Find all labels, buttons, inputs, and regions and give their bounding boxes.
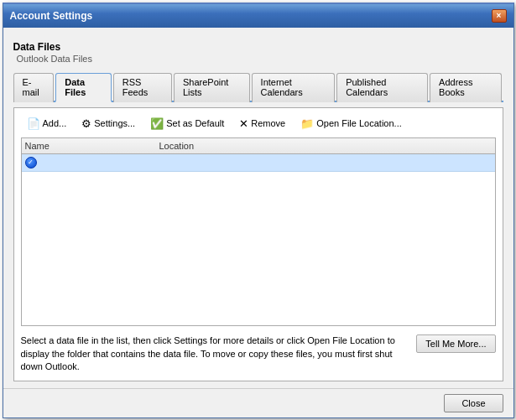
add-label: Add... <box>43 118 67 128</box>
table-row[interactable] <box>22 154 495 172</box>
window-title: Account Settings <box>10 10 93 22</box>
tab-panel-datafiles: 📄 Add... ⚙ Settings... ✅ Set as Default … <box>13 107 503 381</box>
window-content: Data Files Outlook Data Files E-mail Dat… <box>3 28 513 388</box>
checkmark-icon: ✅ <box>150 117 164 130</box>
col-name-header: Name <box>25 141 159 151</box>
open-file-location-label: Open File Location... <box>316 118 402 128</box>
title-bar: Account Settings × <box>3 4 513 28</box>
settings-button[interactable]: ⚙ Settings... <box>76 115 141 132</box>
remove-button[interactable]: ✕ Remove <box>233 115 291 132</box>
col-location-header: Location <box>159 141 492 151</box>
tab-datafiles[interactable]: Data Files <box>55 73 112 102</box>
tab-sharepointlists[interactable]: SharePoint Lists <box>174 73 250 102</box>
open-file-location-button[interactable]: 📁 Open File Location... <box>294 115 408 132</box>
settings-label: Settings... <box>94 118 135 128</box>
account-settings-window: Account Settings × Data Files Outlook Da… <box>3 3 514 418</box>
remove-icon: ✕ <box>239 117 248 130</box>
tabs-container: E-mail Data Files RSS Feeds SharePoint L… <box>13 71 503 102</box>
toolbar: 📄 Add... ⚙ Settings... ✅ Set as Default … <box>21 115 496 132</box>
close-button[interactable]: Close <box>444 394 503 412</box>
settings-icon: ⚙ <box>81 117 91 130</box>
section-subtitle: Outlook Data Files <box>17 54 92 64</box>
section-header: Data Files Outlook Data Files <box>13 38 503 66</box>
cell-name <box>25 157 159 169</box>
section-title: Data Files <box>13 41 61 53</box>
tab-email[interactable]: E-mail <box>13 73 55 102</box>
add-button[interactable]: 📄 Add... <box>21 115 73 132</box>
tab-publishedcalendars[interactable]: Published Calendars <box>336 73 428 102</box>
info-area: Select a data file in the list, then cli… <box>21 334 496 373</box>
close-window-button[interactable]: × <box>492 9 507 23</box>
default-indicator-icon <box>25 157 37 169</box>
title-bar-buttons: × <box>492 9 507 23</box>
add-icon: 📄 <box>27 117 40 130</box>
remove-label: Remove <box>251 118 285 128</box>
bottom-bar: Close <box>3 388 513 417</box>
tell-more-button[interactable]: Tell Me More... <box>416 334 495 353</box>
folder-icon: 📁 <box>300 117 314 130</box>
data-table: Name Location <box>21 137 496 327</box>
tab-internetcalendars[interactable]: Internet Calendars <box>252 73 336 102</box>
tab-addressbooks[interactable]: Address Books <box>430 73 501 102</box>
info-text: Select a data file in the list, then cli… <box>21 334 410 373</box>
tab-rssfeeds[interactable]: RSS Feeds <box>113 73 172 102</box>
set-default-label: Set as Default <box>166 118 224 128</box>
table-header: Name Location <box>22 138 495 154</box>
set-default-button[interactable]: ✅ Set as Default <box>144 115 230 132</box>
